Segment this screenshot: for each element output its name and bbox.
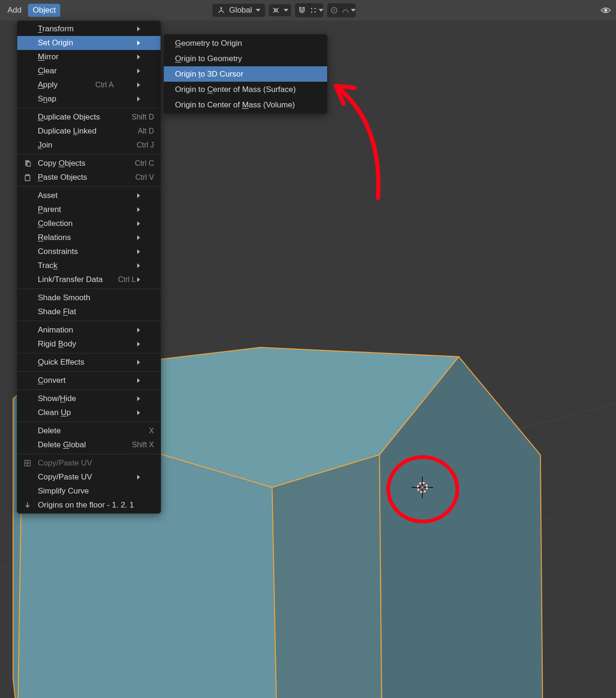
submenu-item-label: Origin to 3D Cursor <box>175 70 243 79</box>
menu-item-label: Collection <box>38 219 73 228</box>
menu-separator <box>17 454 161 454</box>
snap-cluster <box>295 3 323 17</box>
chevron-down-icon <box>319 9 323 12</box>
menu-separator <box>17 186 161 187</box>
menu-item[interactable]: Simplify Curve <box>17 484 161 498</box>
menu-separator <box>17 353 161 353</box>
menu-object[interactable]: Object <box>28 4 60 17</box>
submenu-arrow-icon <box>137 396 154 401</box>
menu-item-label: Shade Flat <box>38 307 76 317</box>
chevron-down-icon <box>351 9 356 12</box>
menu-shortcut: Shift D <box>118 113 154 121</box>
submenu-item[interactable]: Origin to 3D Cursor <box>164 66 327 82</box>
menu-item[interactable]: Origins on the floor - 1. 2. 1 <box>17 498 161 512</box>
menu-item-label: Delete Global <box>38 440 86 450</box>
menu-shortcut: Shift X <box>118 441 154 449</box>
pivot-dropdown[interactable] <box>269 4 291 16</box>
snap-toggle[interactable] <box>295 3 309 17</box>
header-center: Global <box>212 3 356 17</box>
submenu-arrow-icon <box>137 221 154 226</box>
menu-item-label: Show/Hide <box>38 394 76 403</box>
falloff-icon <box>342 6 350 14</box>
menu-item-label: Set Origin <box>38 38 73 48</box>
menu-item[interactable]: Link/Transfer DataCtrl L <box>17 273 161 287</box>
submenu-arrow-icon <box>137 263 154 268</box>
menu-item[interactable]: Convert <box>17 374 161 388</box>
menu-item[interactable]: Track <box>17 259 161 273</box>
uv-icon <box>23 459 32 467</box>
menu-item[interactable]: Rigid Body <box>17 337 161 351</box>
submenu-item-label: Geometry to Origin <box>175 39 242 48</box>
menu-separator <box>17 422 161 422</box>
menu-item[interactable]: Collection <box>17 217 161 231</box>
menu-item-label: Mirror <box>38 52 58 62</box>
menu-item-label: Copy Objects <box>38 159 85 168</box>
submenu-arrow-icon <box>137 235 154 240</box>
header-left: Add Object <box>3 4 60 17</box>
menu-item[interactable]: ApplyCtrl A <box>17 78 161 92</box>
menu-shortcut: Ctrl A <box>81 81 113 89</box>
submenu-item[interactable]: Origin to Geometry <box>164 51 327 66</box>
menu-item[interactable]: Set Origin <box>17 36 161 50</box>
menu-item-label: Copy/Paste UV <box>38 472 92 482</box>
menu-item[interactable]: Shade Flat <box>17 305 161 319</box>
submenu-arrow-icon <box>137 193 154 198</box>
menu-item[interactable]: Duplicate ObjectsShift D <box>17 110 161 124</box>
svg-point-3 <box>315 8 316 9</box>
menu-item[interactable]: Snap <box>17 92 161 106</box>
menu-item-label: Simplify Curve <box>38 486 89 496</box>
menu-item-label: Quick Effects <box>38 358 84 367</box>
menu-item[interactable]: Duplicate LinkedAlt D <box>17 124 161 138</box>
svg-point-2 <box>311 8 313 9</box>
menu-item[interactable]: Relations <box>17 231 161 245</box>
menu-item[interactable]: Copy ObjectsCtrl C <box>17 156 161 170</box>
menu-item-label: Relations <box>38 233 71 242</box>
menu-item-label: Copy/Paste UV <box>38 458 92 468</box>
submenu-arrow-icon <box>137 360 154 365</box>
menu-add[interactable]: Add <box>3 4 26 17</box>
menu-item[interactable]: Constraints <box>17 245 161 259</box>
menu-item-label: Shade Smooth <box>38 293 90 303</box>
submenu-item[interactable]: Origin to Center of Mass (Volume) <box>164 97 327 113</box>
submenu-arrow-icon <box>137 378 154 383</box>
menu-item[interactable]: Animation <box>17 323 161 337</box>
grid-dots-icon <box>309 6 317 14</box>
submenu-item[interactable]: Origin to Center of Mass (Surface) <box>164 82 327 97</box>
menu-item[interactable]: Quick Effects <box>17 355 161 369</box>
menu-item[interactable]: Show/Hide <box>17 392 161 406</box>
menu-item[interactable]: Shade Smooth <box>17 291 161 305</box>
menu-item-icon <box>23 159 32 168</box>
chevron-down-icon <box>284 9 288 12</box>
menu-item[interactable]: Mirror <box>17 50 161 64</box>
menu-item[interactable]: Clear <box>17 64 161 78</box>
menu-item[interactable]: Asset <box>17 189 161 203</box>
menu-item-label: Animation <box>38 325 73 335</box>
menu-item[interactable]: DeleteX <box>17 424 161 438</box>
proportional-falloff[interactable] <box>341 3 356 17</box>
orientation-label: Global <box>229 6 252 15</box>
menu-shortcut: Alt D <box>124 127 154 135</box>
menu-item[interactable]: Clean Up <box>17 406 161 420</box>
orientation-dropdown[interactable]: Global <box>212 4 265 17</box>
menu-item[interactable]: Delete GlobalShift X <box>17 438 161 452</box>
menu-shortcut: Ctrl L <box>104 275 136 284</box>
copy-icon <box>23 159 32 168</box>
svg-point-18 <box>421 486 423 488</box>
submenu-arrow-icon <box>137 69 154 73</box>
menu-item[interactable]: Paste ObjectsCtrl V <box>17 170 161 184</box>
menu-item[interactable]: Parent <box>17 203 161 217</box>
set-origin-submenu: Geometry to OriginOrigin to GeometryOrig… <box>163 34 328 114</box>
submenu-item-label: Origin to Center of Mass (Volume) <box>175 100 295 110</box>
chevron-down-icon <box>256 9 260 12</box>
submenu-arrow-icon <box>137 55 154 59</box>
menu-item-label: Clear <box>38 66 57 76</box>
submenu-item[interactable]: Geometry to Origin <box>164 35 327 51</box>
proportional-toggle[interactable] <box>327 3 341 17</box>
object-menu: TransformSet OriginMirrorClearApplyCtrl … <box>17 21 161 514</box>
snap-mode[interactable] <box>309 3 323 17</box>
menu-item-label: Join <box>38 141 52 150</box>
menu-item[interactable]: JoinCtrl J <box>17 138 161 152</box>
eye-icon[interactable] <box>599 4 612 17</box>
menu-item[interactable]: Copy/Paste UV <box>17 470 161 484</box>
menu-item[interactable]: Transform <box>17 22 161 36</box>
